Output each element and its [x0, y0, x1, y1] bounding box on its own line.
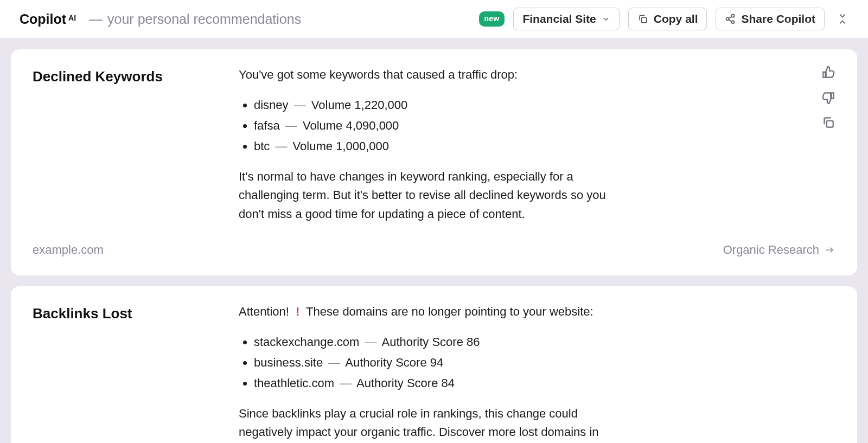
metric-label: Authority Score — [345, 356, 426, 369]
intro-post: These domains are no longer pointing to … — [306, 305, 593, 318]
thumbs-down-button[interactable] — [821, 91, 835, 105]
metric-value: 1,000,000 — [336, 139, 389, 153]
thumbs-down-icon — [821, 91, 835, 105]
metric-value: 84 — [442, 376, 455, 390]
card-body-text: It's normal to have changes in keyword r… — [239, 168, 608, 223]
card-title: Declined Keywords — [33, 66, 233, 87]
svg-line-5 — [729, 20, 732, 21]
metric-label: Authority Score — [356, 376, 438, 390]
metric-label: Volume — [293, 139, 333, 153]
svg-rect-6 — [827, 121, 833, 127]
link-label: Organic Research — [723, 241, 819, 259]
backlink-list: stackexchange.com — Authority Score 86 b… — [239, 333, 608, 393]
share-icon — [725, 14, 736, 24]
list-item: stackexchange.com — Authority Score 86 — [254, 333, 608, 351]
header-bar: CopilotAI — your personal recommendation… — [0, 0, 868, 38]
content-area: Declined Keywords You've got some keywor… — [0, 38, 868, 443]
metric-value: 4,090,000 — [346, 119, 399, 132]
site-select[interactable]: Financial Site — [513, 8, 619, 30]
domain-name: theathletic.com — [254, 376, 334, 390]
card-backlinks-lost: Backlinks Lost Attention! ! These domain… — [11, 286, 857, 443]
metric-value: 94 — [430, 356, 443, 369]
thumbs-up-icon — [821, 66, 835, 80]
thumbs-up-button[interactable] — [821, 66, 835, 80]
list-item: fafsa — Volume 4,090,000 — [254, 117, 608, 135]
keyword-name: disney — [254, 98, 289, 112]
svg-point-1 — [732, 15, 735, 17]
metric-label: Volume — [311, 98, 351, 112]
brand: CopilotAI — [20, 9, 76, 30]
card-intro: You've got some keywords that caused a t… — [239, 66, 608, 84]
copy-all-button[interactable]: Copy all — [628, 8, 707, 30]
card-intro: Attention! ! These domains are no longer… — [239, 303, 608, 321]
keyword-list: disney — Volume 1,220,000 fafsa — Volume… — [239, 96, 608, 156]
card-text: You've got some keywords that caused a t… — [239, 66, 608, 233]
new-badge: new — [479, 11, 505, 27]
subtitle-text: your personal recommendations — [107, 11, 301, 27]
metric-value: 1,220,000 — [354, 98, 407, 112]
keyword-name: fafsa — [254, 119, 280, 132]
share-label: Share Copilot — [741, 12, 815, 25]
card-body-text: Since backlinks play a crucial role in r… — [239, 405, 608, 443]
arrow-right-icon — [824, 245, 835, 255]
exclamation-icon: ! — [296, 305, 299, 318]
card-declined-keywords: Declined Keywords You've got some keywor… — [11, 49, 857, 275]
metric-value: 86 — [467, 335, 480, 349]
card-actions — [792, 303, 835, 443]
metric-label: Authority Score — [381, 335, 463, 349]
card-text: Attention! ! These domains are no longer… — [239, 303, 608, 443]
site-select-label: Financial Site — [522, 12, 596, 25]
card-title: Backlinks Lost — [33, 303, 233, 324]
chevron-down-icon — [602, 15, 610, 23]
card-actions — [792, 66, 835, 233]
domain-label: example.com — [33, 241, 104, 259]
metric-label: Volume — [303, 119, 342, 132]
subtitle: — your personal recommendations — [85, 9, 301, 30]
domain-name: business.site — [254, 356, 323, 369]
svg-point-2 — [726, 18, 729, 21]
svg-rect-0 — [641, 18, 646, 23]
list-item: theathletic.com — Authority Score 84 — [254, 374, 608, 393]
organic-research-link[interactable]: Organic Research — [723, 241, 835, 259]
keyword-name: btc — [254, 139, 270, 153]
list-item: disney — Volume 1,220,000 — [254, 96, 608, 114]
copy-button[interactable] — [821, 115, 835, 130]
share-button[interactable]: Share Copilot — [716, 8, 825, 30]
svg-point-3 — [732, 21, 735, 23]
intro-pre: Attention! — [239, 305, 289, 318]
brand-sup: AI — [68, 12, 76, 24]
list-item: business.site — Authority Score 94 — [254, 354, 608, 372]
svg-line-4 — [729, 16, 732, 18]
domain-name: stackexchange.com — [254, 335, 359, 349]
brand-name: Copilot — [20, 9, 66, 30]
copy-icon — [637, 14, 648, 24]
copy-icon — [821, 115, 835, 130]
collapse-icon — [837, 13, 848, 25]
list-item: btc — Volume 1,000,000 — [254, 137, 608, 156]
collapse-button[interactable] — [837, 13, 848, 25]
copy-all-label: Copy all — [654, 12, 698, 25]
